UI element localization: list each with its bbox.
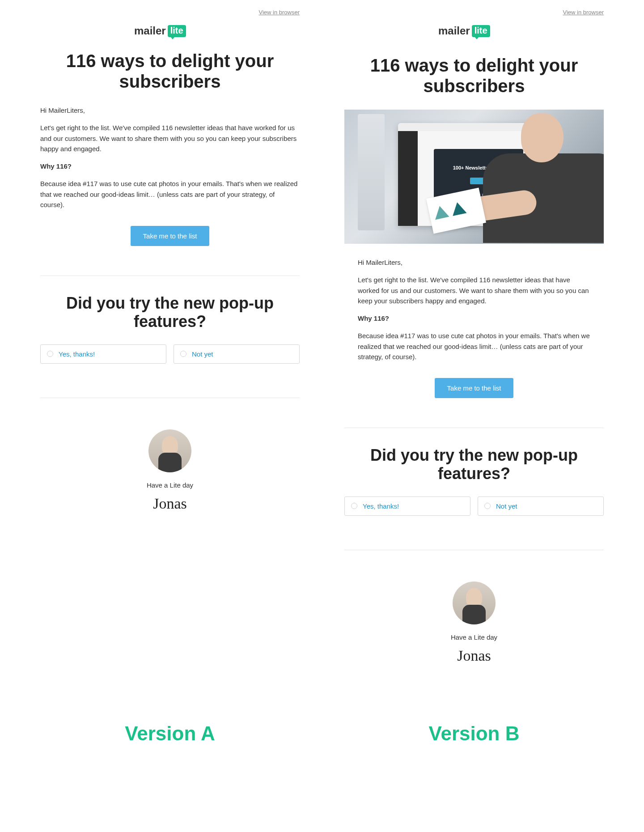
intro-paragraph: Let's get right to the list. We've compi… xyxy=(40,123,300,154)
hero-monitor xyxy=(358,114,385,230)
survey-option-yes-label: Yes, thanks! xyxy=(59,350,95,358)
view-in-browser-link[interactable]: View in browser xyxy=(40,9,300,16)
logo-text-mailer: mailer xyxy=(438,25,470,37)
hero-screen-sidebar xyxy=(398,131,418,226)
radio-icon xyxy=(180,351,186,357)
headline: 116 ways to delight your subscribers xyxy=(40,51,300,92)
headline: 116 ways to delight your subscribers xyxy=(344,55,604,96)
version-a-column: View in browser mailer lite 116 ways to … xyxy=(40,9,300,745)
body-text: Hi MailerLiters, Let's get right to the … xyxy=(344,257,604,369)
greeting: Hi MailerLiters, xyxy=(358,257,590,267)
version-b-column: View in browser mailer lite 116 ways to … xyxy=(344,9,604,745)
survey-option-yes[interactable]: Yes, thanks! xyxy=(40,344,166,364)
logo-text-lite: lite xyxy=(168,25,186,37)
divider xyxy=(40,276,300,276)
version-a-label: Version A xyxy=(40,678,300,745)
survey-option-yes[interactable]: Yes, thanks! xyxy=(344,497,470,516)
radio-icon xyxy=(351,503,357,509)
intro-paragraph: Let's get right to the list. We've compi… xyxy=(358,275,590,306)
signature: Jonas xyxy=(344,647,604,664)
survey-question: Did you try the new pop-up features? xyxy=(40,294,300,331)
survey-options: Yes, thanks! Not yet xyxy=(40,344,300,364)
hero-image: 100+ Newsletter Ideas xyxy=(344,110,604,244)
survey-option-no[interactable]: Not yet xyxy=(478,497,604,516)
logo-text-lite: lite xyxy=(472,25,490,37)
why-body: Because idea #117 was to use cute cat ph… xyxy=(358,331,590,362)
greeting: Hi MailerLiters, xyxy=(40,105,300,115)
why-body: Because idea #117 was to use cute cat ph… xyxy=(40,178,300,210)
divider xyxy=(40,398,300,398)
divider xyxy=(344,550,604,550)
survey-option-yes-label: Yes, thanks! xyxy=(363,502,399,510)
mailerlite-logo: mailer lite xyxy=(438,25,604,37)
signoff-text: Have a Lite day xyxy=(344,633,604,641)
radio-icon xyxy=(484,503,491,509)
why-label: Why 116? xyxy=(358,313,590,323)
why-label: Why 116? xyxy=(40,161,300,171)
divider xyxy=(344,428,604,428)
survey-options: Yes, thanks! Not yet xyxy=(344,497,604,516)
radio-icon xyxy=(47,351,53,357)
cta-button[interactable]: Take me to the list xyxy=(131,226,210,246)
mailerlite-logo: mailer lite xyxy=(134,25,300,37)
survey-question: Did you try the new pop-up features? xyxy=(344,446,604,483)
survey-option-no[interactable]: Not yet xyxy=(174,344,300,364)
avatar xyxy=(148,429,191,472)
version-b-label: Version B xyxy=(344,678,604,745)
body-text: Hi MailerLiters, Let's get right to the … xyxy=(40,105,300,217)
signoff-text: Have a Lite day xyxy=(40,481,300,489)
survey-option-no-label: Not yet xyxy=(496,502,517,510)
avatar xyxy=(453,582,496,624)
survey-option-no-label: Not yet xyxy=(192,350,213,358)
cta-button[interactable]: Take me to the list xyxy=(435,378,514,398)
logo-text-mailer: mailer xyxy=(134,25,166,37)
view-in-browser-link[interactable]: View in browser xyxy=(344,9,604,16)
signature: Jonas xyxy=(40,495,300,512)
hero-person xyxy=(465,110,604,244)
